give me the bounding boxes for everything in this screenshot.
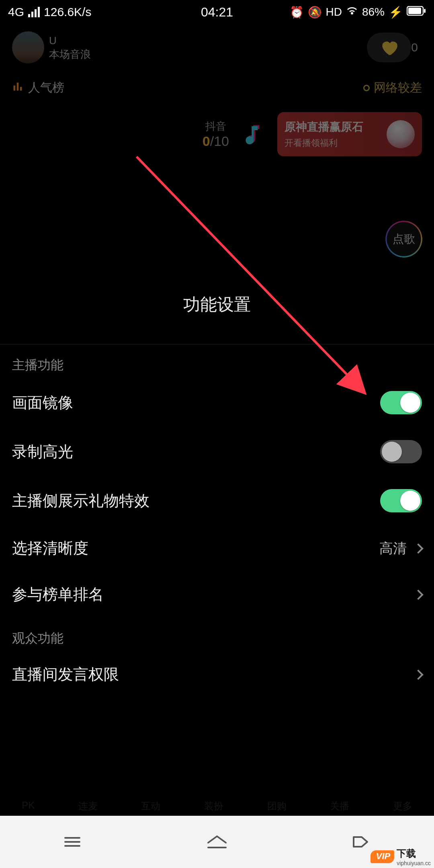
toggle-gift-effect[interactable]: [380, 489, 422, 512]
popularity-rank[interactable]: 人气榜: [12, 80, 64, 96]
resolution-value: 高清: [379, 539, 407, 558]
ghost-bottom-icons: PK连麦互动装扮团购关播更多: [0, 800, 434, 813]
toggle-mirror[interactable]: [380, 391, 422, 414]
chevron-right-icon: [413, 543, 423, 553]
svg-rect-5: [20, 87, 22, 90]
svg-rect-3: [14, 86, 16, 91]
signal-bars-icon: [28, 7, 40, 17]
alarm-icon: ⏰: [290, 6, 304, 19]
charging-icon: ⚡: [389, 6, 403, 19]
settings-panel: 功能设置 主播功能 画面镜像 录制高光 主播侧展示礼物特效 选择清晰度 高清 参…: [0, 273, 434, 816]
nav-home-button[interactable]: [177, 826, 257, 858]
row-speak-permission[interactable]: 直播间发言权限: [0, 651, 434, 698]
chevron-right-icon: [413, 590, 423, 600]
row-mirror[interactable]: 画面镜像: [0, 378, 434, 427]
nav-recent-button[interactable]: [32, 826, 113, 858]
row-resolution[interactable]: 选择清晰度 高清: [0, 525, 434, 571]
network-type: 4G: [8, 5, 24, 19]
clock: 04:21: [201, 5, 233, 20]
battery-percent: 86%: [362, 6, 385, 18]
svg-rect-4: [17, 83, 19, 91]
streamer-line2: 本场音浪: [49, 47, 359, 61]
like-button[interactable]: [367, 33, 411, 62]
network-status: 网络较差: [363, 80, 422, 96]
heart-icon: [379, 37, 399, 57]
dnd-icon: 🔕: [308, 6, 322, 19]
panel-title: 功能设置: [0, 273, 434, 344]
viewer-count: 0: [411, 41, 422, 54]
promo-character-icon: [387, 120, 415, 148]
hd-icon: HD: [326, 6, 342, 18]
row-ranking[interactable]: 参与榜单排名: [0, 571, 434, 618]
section-audience-functions: 观众功能: [0, 618, 434, 651]
status-bar: 4G 126.6K/s 04:21 ⏰ 🔕 HD 86% ⚡: [0, 0, 434, 24]
song-request-button[interactable]: 点歌: [386, 221, 422, 257]
promo-banner[interactable]: 原神直播赢原石 开看播领福利: [277, 112, 422, 156]
battery-icon: [407, 6, 426, 18]
chart-bars-icon: [12, 81, 23, 95]
row-gift-effect[interactable]: 主播侧展示礼物特效: [0, 476, 434, 525]
row-highlight[interactable]: 录制高光: [0, 427, 434, 476]
network-speed: 126.6K/s: [44, 5, 91, 19]
music-note-icon[interactable]: [241, 122, 265, 146]
svg-rect-2: [424, 9, 426, 13]
status-dot-icon: [363, 85, 370, 91]
streamer-line1: U: [49, 34, 359, 47]
wifi-icon: [346, 6, 358, 18]
douyin-counter: 抖音 0/10: [203, 119, 229, 149]
chevron-right-icon: [413, 669, 423, 680]
toggle-highlight[interactable]: [380, 440, 422, 463]
watermark: VIP 下载viphuiyuan.cc: [367, 845, 434, 868]
avatar[interactable]: [12, 31, 44, 63]
section-host-functions: 主播功能: [0, 344, 434, 378]
svg-rect-1: [408, 8, 421, 14]
